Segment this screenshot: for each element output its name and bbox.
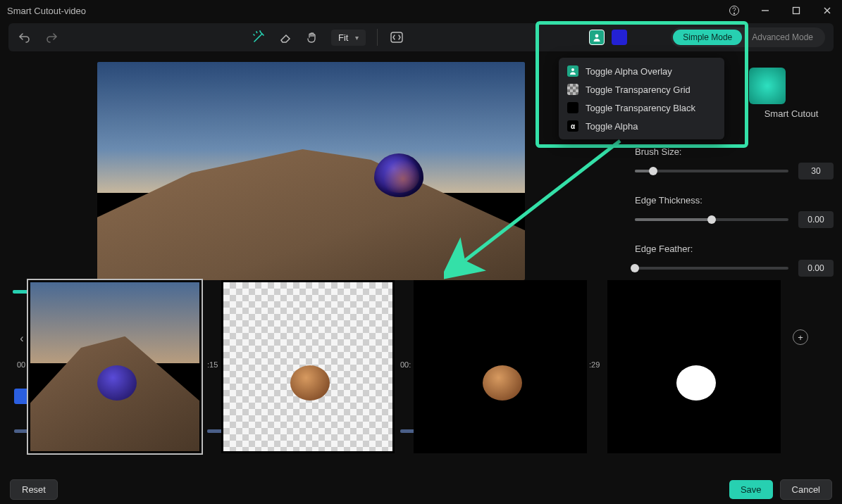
dropdown-item-alpha[interactable]: αToggle Alpha: [559, 117, 724, 135]
black-swatch-icon: [567, 102, 578, 113]
edge-thickness-label: Edge Thickness:: [635, 195, 834, 206]
brush-size-value[interactable]: 30: [798, 163, 834, 179]
preview-mode-dropdown[interactable]: Toggle Alpha Overlay Toggle Transparency…: [559, 58, 724, 139]
advanced-mode-tab[interactable]: Advanced Mode: [742, 30, 823, 45]
person-icon: [567, 65, 578, 77]
checker-icon: [567, 84, 578, 95]
canvas-preview[interactable]: [97, 62, 525, 280]
preview-thumb-alpha[interactable]: [607, 280, 781, 453]
redo-icon[interactable]: [44, 30, 59, 45]
timecode-0: 00: [17, 360, 25, 369]
timecode-29: :29: [589, 360, 600, 369]
mode-switch[interactable]: Simple Mode Advanced Mode: [671, 27, 825, 47]
window-title: Smart Cutout-video: [7, 6, 86, 16]
svg-point-8: [571, 68, 574, 71]
alpha-icon: α: [567, 120, 578, 132]
canvas-subject: [374, 153, 423, 197]
pan-hand-icon[interactable]: [304, 30, 320, 45]
edge-feather-slider[interactable]: [635, 267, 788, 270]
compare-icon[interactable]: [389, 30, 404, 45]
timeline-strip: ‹ + 00 :15 00: :29: [8, 280, 834, 472]
save-button[interactable]: Save: [729, 480, 773, 499]
edge-feather-label: Edge Feather:: [635, 244, 834, 254]
eraser-icon[interactable]: [278, 30, 293, 45]
maximize-icon[interactable]: [788, 3, 804, 18]
reset-button[interactable]: Reset: [10, 479, 58, 500]
toolbar-divider: [377, 29, 378, 46]
edge-feather-group: Edge Feather: 0.00: [635, 244, 834, 277]
title-bar: Smart Cutout-video: [0, 0, 842, 21]
minimize-icon[interactable]: [757, 3, 773, 18]
preview-solid-color-swatch[interactable]: [612, 30, 627, 45]
help-icon[interactable]: [726, 3, 742, 18]
edge-thickness-value[interactable]: 0.00: [798, 211, 834, 228]
svg-rect-3: [793, 8, 800, 14]
zoom-select[interactable]: Fit ▾: [331, 30, 366, 46]
timeline-add-icon[interactable]: +: [793, 329, 808, 345]
toolbar: Fit ▾ Simple Mode Advanced Mode: [8, 23, 834, 51]
svg-point-1: [733, 13, 735, 14]
chevron-down-icon: ▾: [355, 34, 359, 42]
dropdown-item-transparency-grid[interactable]: Toggle Transparency Grid: [559, 80, 724, 99]
edge-feather-value[interactable]: 0.00: [798, 260, 834, 277]
zoom-label: Fit: [338, 32, 348, 43]
preview-alpha-overlay-swatch[interactable]: [589, 30, 605, 45]
dropdown-item-alpha-overlay[interactable]: Toggle Alpha Overlay: [559, 62, 724, 80]
timecode-15: :15: [207, 360, 218, 369]
brush-size-group: Brush Size: 30: [635, 146, 834, 179]
cancel-button[interactable]: Cancel: [780, 479, 832, 500]
close-icon[interactable]: [819, 3, 835, 18]
svg-point-7: [595, 34, 599, 38]
smart-cutout-label: Smart Cutout: [749, 108, 834, 119]
smart-cutout-thumb-icon: [749, 68, 786, 104]
preview-thumb-transparency-black[interactable]: [414, 280, 587, 453]
preview-thumb-overlay[interactable]: [28, 280, 202, 453]
magic-brush-icon[interactable]: [251, 30, 266, 45]
window-controls: [726, 3, 835, 18]
edge-thickness-group: Edge Thickness: 0.00: [635, 195, 834, 228]
simple-mode-tab[interactable]: Simple Mode: [673, 30, 742, 45]
timeline-prev-icon[interactable]: ‹: [16, 331, 28, 346]
preview-mode-swatches: [589, 30, 627, 45]
preview-thumb-transparency-grid[interactable]: [221, 280, 395, 453]
smart-cutout-tile[interactable]: Smart Cutout: [749, 68, 834, 119]
undo-icon[interactable]: [17, 30, 32, 45]
brush-size-slider[interactable]: [635, 170, 788, 172]
brush-size-label: Brush Size:: [635, 146, 834, 157]
footer: Reset Save Cancel: [0, 474, 842, 504]
edge-thickness-slider[interactable]: [635, 218, 788, 221]
timecode-00b: 00:: [400, 360, 411, 369]
dropdown-item-transparency-black[interactable]: Toggle Transparency Black: [559, 99, 724, 117]
